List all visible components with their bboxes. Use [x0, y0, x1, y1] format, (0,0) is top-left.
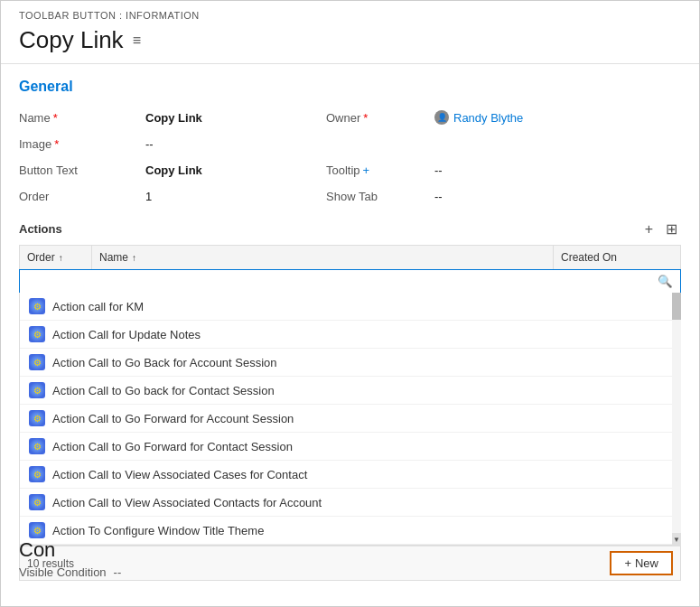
table-header: Order ↑ Name ↑ Created On [19, 245, 681, 269]
tooltip-plus: + [363, 163, 370, 177]
list-item[interactable]: Action Call to Go Back for Account Sessi… [20, 349, 680, 377]
action-icon [29, 298, 45, 314]
button-text-value: Copy Link [145, 159, 326, 182]
visible-condition-value: -- [114, 565, 122, 579]
col-order[interactable]: Order ↑ [20, 246, 92, 269]
action-icon [29, 410, 45, 426]
form-grid: Name * Copy Link Owner * 👤 Randy Blythe … [19, 106, 681, 208]
scrollbar-track[interactable]: ▲ ▼ [672, 293, 681, 546]
order-sort-icon: ↑ [59, 253, 63, 263]
action-icon [29, 382, 45, 398]
list-item[interactable]: Action Call for Update Notes [20, 321, 680, 349]
list-item[interactable]: Action Call to Go back for Contact Sessi… [20, 377, 680, 405]
search-input[interactable] [20, 270, 650, 293]
col-name[interactable]: Name ↑ [92, 246, 554, 269]
action-icon [29, 466, 45, 482]
page-title: Copy Link [19, 26, 124, 54]
order-value: 1 [145, 185, 326, 208]
toolbar-label: TOOLBAR BUTTON : INFORMATION [1, 1, 699, 23]
page-wrapper: TOOLBAR BUTTON : INFORMATION Copy Link ≡… [0, 0, 700, 607]
image-label: Image * [19, 133, 145, 155]
action-icon [29, 326, 45, 342]
name-sort-icon: ↑ [132, 253, 136, 263]
page-title-row: Copy Link ≡ [1, 23, 699, 64]
grid-view-button[interactable]: ⊞ [662, 219, 681, 239]
order-label: Order [19, 185, 145, 208]
show-tab-value: -- [434, 185, 615, 208]
add-action-button[interactable]: + [641, 219, 657, 239]
visible-condition-row: Visible Condition -- [19, 565, 121, 579]
connections-title: Con [19, 538, 121, 562]
search-row: 🔍 [19, 269, 681, 293]
search-button[interactable]: 🔍 [650, 270, 680, 293]
menu-icon[interactable]: ≡ [133, 33, 141, 49]
action-icon [29, 438, 45, 454]
list-item[interactable]: Action Call to Go Forward for Account Se… [20, 405, 680, 433]
actions-icons: + ⊞ [641, 219, 681, 239]
content-area: General Name * Copy Link Owner * 👤 Randy… [1, 64, 699, 595]
general-section-title: General [19, 79, 681, 95]
actions-row: Actions + ⊞ [19, 215, 681, 239]
list-item[interactable]: Action Call to View Associated Contacts … [20, 489, 680, 517]
new-button-label: New [635, 556, 658, 570]
dropdown-list: Action call for KM Action Call for Updat… [19, 293, 681, 546]
scrollbar-thumb[interactable] [672, 293, 681, 320]
show-tab-label: Show Tab [326, 185, 434, 208]
col-created-on[interactable]: Created On [554, 246, 680, 269]
name-label: Name * [19, 106, 145, 129]
list-item[interactable]: Action call for KM [20, 293, 680, 321]
action-icon [29, 354, 45, 370]
image-value: -- [145, 133, 326, 155]
owner-icon: 👤 [434, 110, 449, 125]
actions-label: Actions [19, 222, 62, 236]
list-item[interactable]: Action Call to Go Forward for Contact Se… [20, 433, 680, 461]
action-icon [29, 522, 45, 538]
new-button-plus: + [624, 556, 631, 570]
button-text-label: Button Text [19, 159, 145, 182]
tooltip-label: Tooltip + [326, 159, 434, 182]
new-button[interactable]: + New [610, 551, 673, 575]
image-required: * [54, 137, 59, 151]
tooltip-value: -- [434, 159, 615, 182]
dropdown-container: Action call for KM Action Call for Updat… [19, 293, 681, 546]
owner-required: * [363, 111, 368, 125]
action-icon [29, 494, 45, 510]
connections-section: Con Visible Condition -- [19, 538, 121, 579]
name-required: * [53, 111, 58, 125]
list-item[interactable]: Action Call to View Associated Cases for… [20, 461, 680, 489]
scrollbar-down[interactable]: ▼ [672, 533, 681, 546]
visible-condition-label: Visible Condition [19, 565, 107, 579]
owner-label: Owner * [326, 106, 434, 129]
name-value: Copy Link [145, 106, 326, 129]
owner-value[interactable]: 👤 Randy Blythe [434, 106, 615, 129]
